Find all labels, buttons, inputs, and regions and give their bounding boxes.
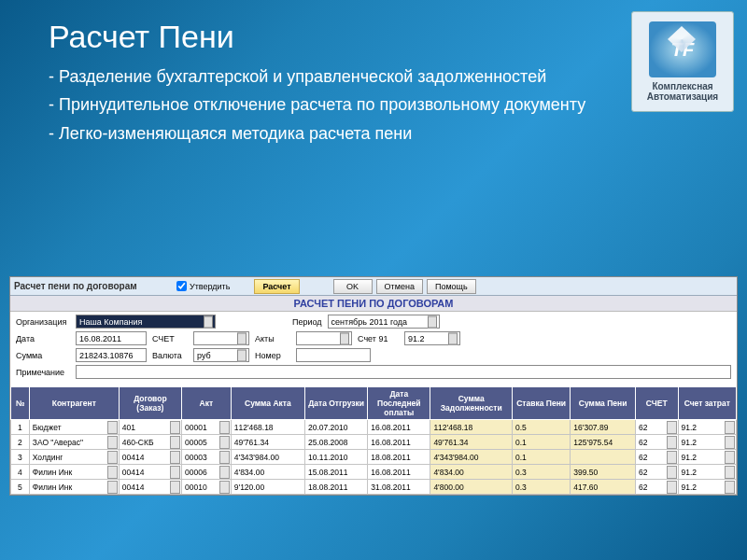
logo-line2: Автоматизация — [647, 91, 718, 102]
table-row[interactable]: 3Холдинг00414000034'343'984.0010.11.2010… — [11, 450, 737, 465]
col-a[interactable]: Акт — [181, 387, 231, 420]
cell-sa: 4'834.00 — [231, 465, 304, 480]
cell-st: 0.3 — [512, 480, 570, 495]
cell-n: 4 — [11, 465, 30, 480]
confirm-checkbox-input[interactable] — [176, 281, 187, 291]
table-row[interactable]: 2ЗАО "Аверас"460-СКБ0000549'761.3425.08.… — [11, 435, 737, 450]
cell-sc[interactable]: 62 — [635, 435, 678, 450]
cell-do: 25.08.2008 — [304, 435, 367, 450]
cell-cz[interactable]: 91.2 — [678, 435, 736, 450]
cell-a[interactable]: 00005 — [181, 435, 231, 450]
col-sa[interactable]: Сумма Акта — [231, 387, 304, 420]
confirm-checkbox[interactable]: Утвердить — [176, 281, 230, 291]
cell-sp: 125'975.54 — [571, 435, 636, 450]
calc-button[interactable]: Расчет — [254, 279, 299, 294]
org-label: Организация — [16, 317, 70, 327]
schet-input[interactable] — [193, 331, 249, 345]
cell-a[interactable]: 00010 — [181, 480, 231, 495]
cell-sc[interactable]: 62 — [635, 480, 678, 495]
number-input[interactable] — [296, 348, 371, 362]
cell-sa: 4'343'984.00 — [231, 450, 304, 465]
cell-sc[interactable]: 62 — [635, 465, 678, 480]
col-dp[interactable]: Дата Последней оплаты — [368, 387, 430, 420]
cell-cz[interactable]: 91.2 — [678, 465, 736, 480]
cell-k[interactable]: ЗАО "Аверас" — [29, 435, 119, 450]
col-d[interactable]: Договор (Заказ) — [119, 387, 181, 420]
cell-do: 18.08.2011 — [304, 480, 367, 495]
logo-initials: TF — [671, 39, 694, 61]
cell-k[interactable]: Холдинг — [29, 450, 119, 465]
sum-label: Сумма — [16, 351, 70, 360]
cell-st: 0.1 — [512, 450, 570, 465]
cell-dp: 16.08.2011 — [368, 420, 430, 435]
cell-d[interactable]: 00414 — [119, 450, 181, 465]
akty-input[interactable] — [296, 331, 352, 345]
col-sp[interactable]: Сумма Пени — [571, 387, 636, 420]
date-input[interactable]: 16.08.2011 — [76, 331, 147, 345]
col-k[interactable]: Контрагент — [29, 387, 119, 420]
period-label: Период — [292, 317, 322, 327]
cell-cz[interactable]: 91.2 — [678, 450, 736, 465]
cell-k[interactable]: Филин Инк — [29, 465, 119, 480]
currency-label: Валюта — [152, 351, 188, 360]
cell-a[interactable]: 00006 — [181, 465, 231, 480]
cell-do: 20.07.2010 — [304, 420, 367, 435]
cell-d[interactable]: 00414 — [119, 465, 181, 480]
cell-a[interactable]: 00001 — [181, 420, 231, 435]
cell-sc[interactable]: 62 — [635, 450, 678, 465]
schet-label: СЧЕТ — [152, 334, 188, 343]
bullet-3: - Легко-изменяющаяся методика расчета пе… — [49, 122, 590, 145]
cell-d[interactable]: 00414 — [119, 480, 181, 495]
cell-d[interactable]: 401 — [119, 420, 181, 435]
table-row[interactable]: 1Бюджет40100001112'468.1820.07.201016.08… — [11, 420, 737, 435]
col-sc[interactable]: СЧЕТ — [635, 387, 678, 420]
cell-sa: 9'120.00 — [231, 480, 304, 495]
sum-input[interactable]: 218243.10876 — [76, 348, 147, 362]
note-label: Примечание — [16, 368, 70, 377]
note-input[interactable] — [76, 365, 731, 379]
cell-sz: 112'468.18 — [430, 420, 513, 435]
cell-sz: 4'800.00 — [430, 480, 513, 495]
cell-sc[interactable]: 62 — [635, 420, 678, 435]
data-grid: № Контрагент Договор (Заказ) Акт Сумма А… — [10, 386, 737, 495]
ok-button[interactable]: OK — [333, 279, 373, 294]
logo-line1: Комплексная — [652, 81, 712, 91]
col-n[interactable]: № — [11, 387, 30, 420]
table-row[interactable]: 4Филин Инк00414000064'834.0015.08.201116… — [11, 465, 737, 480]
cell-k[interactable]: Бюджет — [29, 420, 119, 435]
cell-cz[interactable]: 91.2 — [678, 480, 736, 495]
cell-do: 10.11.2010 — [304, 450, 367, 465]
cell-dp: 31.08.2011 — [368, 480, 430, 495]
slide-title: Расчет Пени — [49, 19, 234, 55]
cancel-button[interactable]: Отмена — [376, 279, 423, 294]
cell-n: 1 — [11, 420, 30, 435]
akty-label: Акты — [255, 334, 290, 343]
col-do[interactable]: Дата Отгрузки — [304, 387, 367, 420]
cell-sz: 4'343'984.00 — [430, 450, 513, 465]
cell-sp — [571, 450, 636, 465]
window-title: Расчет пени по договорам — [14, 281, 173, 291]
period-input[interactable]: сентябрь 2011 года — [328, 315, 440, 329]
cell-a[interactable]: 00003 — [181, 450, 231, 465]
col-sz[interactable]: Сумма Задолженности — [430, 387, 513, 420]
cell-dp: 16.08.2011 — [368, 435, 430, 450]
table-row[interactable]: 5Филин Инк00414000109'120.0018.08.201131… — [11, 480, 737, 495]
number-label: Номер — [255, 351, 290, 360]
cell-n: 3 — [11, 450, 30, 465]
currency-input[interactable]: руб — [193, 348, 249, 362]
cell-sz: 49'761.34 — [430, 435, 513, 450]
cell-k[interactable]: Филин Инк — [29, 480, 119, 495]
schet91-input[interactable]: 91.2 — [404, 331, 460, 345]
help-button[interactable]: Помощь — [427, 279, 476, 294]
col-st[interactable]: Ставка Пени — [512, 387, 570, 420]
schet91-label: Счет 91 — [358, 334, 399, 343]
org-input[interactable]: Наша Компания — [76, 315, 216, 329]
cell-dp: 16.08.2011 — [368, 465, 430, 480]
cell-sa: 49'761.34 — [231, 435, 304, 450]
cell-sz: 4'834.00 — [430, 465, 513, 480]
cell-sp: 16'307.89 — [571, 420, 636, 435]
app-window: Расчет пени по договорам Утвердить Расче… — [9, 276, 738, 496]
col-cz[interactable]: Счет затрат — [678, 387, 736, 420]
cell-d[interactable]: 460-СКБ — [119, 435, 181, 450]
cell-cz[interactable]: 91.2 — [678, 420, 736, 435]
